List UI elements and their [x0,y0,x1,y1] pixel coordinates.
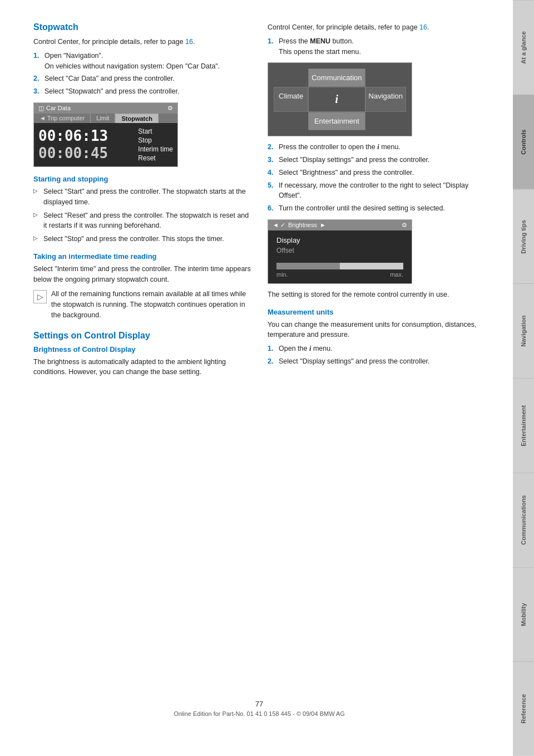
comm-navigation: Navigation [365,87,406,112]
measurement-steps: 1. Open the i menu. 2. Select "Display s… [268,343,485,367]
interim-time-title: Taking an intermediate time reading [33,252,251,261]
stopwatch-intro: Control Center, for principle details, r… [33,37,251,47]
sidebar-item-at-a-glance[interactable]: At a glance [513,0,534,95]
comm-grid: Communication Climate i Navigation Enter… [274,68,406,130]
comm-climate: Climate [274,87,308,112]
control-start: Start [138,127,173,135]
two-column-layout: Stopwatch Control Center, for principle … [33,22,485,689]
side-tabs: At a glance Controls Driving tips Naviga… [513,0,534,756]
stopwatch-step-3: 3. Select "Stopwatch" and press the cont… [33,86,251,97]
stopwatch-title: Stopwatch [33,22,251,32]
stopwatch-display: ◫ Car Data ⚙ ◄ Trip computer Limit Stopw… [33,102,178,167]
brightness-back-arrow: ◄ ✓ [273,222,285,229]
stopwatch-titlebar-left: ◫ Car Data [38,105,71,112]
bullet-reset: Select "Reset" and press the controller.… [33,210,251,232]
brightness-bar [276,263,403,269]
brightness-offset-label: Offset [276,247,403,254]
stopwatch-body: 00:06:13 00:00:45 Start Stop Interim tim… [34,123,177,166]
brightness-display: ◄ ✓ Brightness ► ⚙ Display Offset [268,219,412,284]
measurement-step-1: 1. Open the i menu. [268,343,485,354]
note-text: All of the remaining functions remain av… [51,289,251,320]
note-box: ▷ All of the remaining functions remain … [33,289,251,320]
brightness-fwd-arrow: ► [320,222,326,228]
sidebar-item-entertainment[interactable]: Entertainment [513,378,534,473]
page-number: 77 [33,700,485,708]
brightness-title: Brightness [288,222,317,228]
brightness-body: Display Offset min. max. [268,230,412,283]
tab-limit[interactable]: Limit [91,114,115,123]
footer-text: Online Edition for Part-No. 01 41 0 158 … [174,710,345,717]
stopwatch-titlebar: ◫ Car Data ⚙ [34,103,177,114]
stopwatch-tabs: ◄ Trip computer Limit Stopwatch [34,114,177,123]
bar-min-label: min. [276,271,288,278]
sidebar-item-communications[interactable]: Communications [513,473,534,567]
stopwatch-steps: 1. Open "Navigation". On vehicles withou… [33,51,251,97]
car-data-icon: ◫ [38,105,44,112]
control-stop: Stop [138,136,173,144]
right-step-5: 5. If necessary, move the controller to … [268,180,485,202]
brightness-display-label: Display [276,236,403,244]
comm-center-i: i [308,87,365,112]
brightness-text: The brightness is automatically adapted … [33,357,251,378]
measurement-text: You can change the measurement units for… [268,320,485,341]
stopwatch-time-main: 00:06:13 [38,127,130,145]
stopwatch-page-link[interactable]: 16 [185,38,193,46]
left-column: Stopwatch Control Center, for principle … [33,22,251,689]
bar-labels: min. max. [276,271,403,278]
main-content: Stopwatch Control Center, for principle … [0,0,513,756]
stopwatch-settings-icon: ⚙ [167,105,173,112]
right-step-6: 6. Turn the controller until the desired… [268,203,485,214]
tab-stopwatch[interactable]: Stopwatch [115,114,159,123]
interim-time-text: Select "Interim time" and press the cont… [33,264,251,285]
stopwatch-step-2: 2. Select "Car Data" and press the contr… [33,73,251,84]
right-step-3: 3. Select "Display settings" and press t… [268,155,485,165]
sidebar-item-mobility[interactable]: Mobility [513,567,534,662]
sidebar-item-reference[interactable]: Reference [513,661,534,756]
right-step-2: 2. Press the controller to open the i me… [268,142,485,153]
stopwatch-controls-list: Start Stop Interim time Reset [130,127,173,162]
starting-stopping-list: Select "Start" and press the controller.… [33,186,251,244]
settings-title: Settings on Control Display [33,331,251,341]
brightness-bar-container [276,263,403,269]
stopwatch-step-1: 1. Open "Navigation". On vehicles withou… [33,51,251,72]
right-column: Control Center, for principle details, r… [268,22,485,689]
bar-max-label: max. [390,271,403,278]
sidebar-item-navigation[interactable]: Navigation [513,283,534,378]
i-icon-2: i [309,345,311,352]
comm-communication: Communication [308,68,365,87]
tab-trip-computer[interactable]: ◄ Trip computer [34,114,91,123]
right-steps-2: 2. Press the controller to open the i me… [268,142,485,214]
control-interim: Interim time [138,145,173,153]
comm-display: Communication Climate i Navigation Enter… [268,62,412,136]
right-steps-1: 1. Press the MENU button. This opens the… [268,36,485,57]
measurement-title: Measurement units [268,308,485,316]
sidebar-item-controls[interactable]: Controls [513,95,534,189]
setting-stored-text: The setting is stored for the remote con… [268,289,485,300]
note-icon: ▷ [33,290,47,303]
bar-light [340,263,403,269]
brightness-subtitle: Brightness of Control Display [33,345,251,354]
measurement-step-2: 2. Select "Display settings" and press t… [268,356,485,367]
page-wrapper: At a glance Controls Driving tips Naviga… [0,0,534,756]
right-page-link[interactable]: 16 [419,23,427,31]
bar-dark [276,263,340,269]
brightness-settings-icon: ⚙ [402,222,407,229]
page-footer: 77 Online Edition for Part-No. 01 41 0 1… [33,689,485,723]
starting-stopping-title: Starting and stopping [33,175,251,183]
control-reset: Reset [138,154,173,162]
right-step-1: 1. Press the MENU button. This opens the… [268,36,485,57]
comm-entertainment: Entertainment [308,112,365,130]
stopwatch-time-secondary: 00:00:45 [38,145,130,162]
bullet-stop: Select "Stop" and press the controller. … [33,234,251,244]
brightness-titlebar: ◄ ✓ Brightness ► ⚙ [268,220,412,230]
right-intro: Control Center, for principle details, r… [268,22,485,33]
stopwatch-times: 00:06:13 00:00:45 [38,127,130,162]
bullet-start: Select "Start" and press the controller.… [33,186,251,208]
right-step-4: 4. Select "Brightness" and press the con… [268,168,485,178]
i-icon-1: i [377,143,379,151]
sidebar-item-driving-tips[interactable]: Driving tips [513,189,534,284]
menu-bold: MENU [310,37,330,45]
